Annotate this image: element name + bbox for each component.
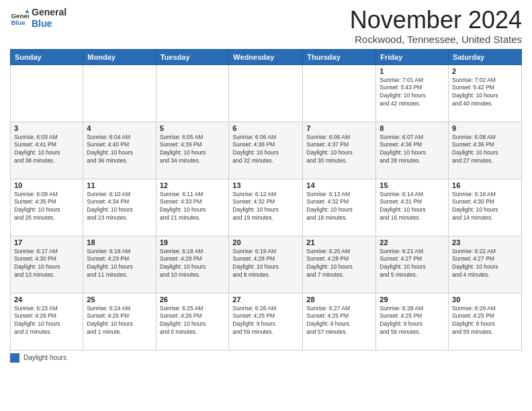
legend-label: Daylight hours	[24, 354, 66, 361]
day-number: 23	[452, 238, 518, 246]
col-friday: Friday	[376, 49, 449, 64]
table-row: 10Sunrise: 6:09 AM Sunset: 4:35 PM Dayli…	[11, 179, 83, 236]
day-number: 26	[160, 295, 226, 304]
table-row	[83, 64, 156, 122]
day-number: 28	[306, 295, 372, 304]
day-number: 13	[232, 181, 299, 189]
calendar-week-row: 3Sunrise: 6:03 AM Sunset: 4:41 PM Daylig…	[11, 122, 522, 179]
logo-general: General	[32, 7, 66, 17]
day-number: 14	[306, 181, 372, 189]
day-number: 18	[87, 238, 152, 246]
day-number: 20	[232, 238, 299, 246]
table-row: 25Sunrise: 6:24 AM Sunset: 4:26 PM Dayli…	[83, 293, 156, 350]
table-row: 19Sunrise: 6:18 AM Sunset: 4:29 PM Dayli…	[156, 236, 229, 293]
day-info: Sunrise: 6:06 AM Sunset: 4:38 PM Dayligh…	[232, 134, 299, 166]
table-row: 17Sunrise: 6:17 AM Sunset: 4:30 PM Dayli…	[11, 236, 83, 293]
col-tuesday: Tuesday	[156, 49, 229, 64]
table-row: 15Sunrise: 6:14 AM Sunset: 4:31 PM Dayli…	[376, 179, 449, 236]
col-wednesday: Wednesday	[229, 49, 303, 64]
day-info: Sunrise: 6:20 AM Sunset: 4:28 PM Dayligh…	[306, 248, 372, 280]
table-row: 27Sunrise: 6:26 AM Sunset: 4:25 PM Dayli…	[229, 293, 303, 350]
table-row: 20Sunrise: 6:19 AM Sunset: 4:28 PM Dayli…	[229, 236, 303, 293]
col-sunday: Sunday	[11, 49, 83, 64]
table-row: 9Sunrise: 6:08 AM Sunset: 4:36 PM Daylig…	[449, 122, 522, 179]
table-row: 4Sunrise: 6:04 AM Sunset: 4:40 PM Daylig…	[83, 122, 156, 179]
day-number: 9	[452, 124, 518, 132]
day-info: Sunrise: 6:04 AM Sunset: 4:40 PM Dayligh…	[87, 134, 152, 166]
table-row: 12Sunrise: 6:11 AM Sunset: 4:33 PM Dayli…	[156, 179, 229, 236]
day-info: Sunrise: 6:05 AM Sunset: 4:39 PM Dayligh…	[160, 134, 226, 166]
table-row: 24Sunrise: 6:23 AM Sunset: 4:26 PM Dayli…	[11, 293, 83, 350]
day-number: 30	[452, 295, 518, 304]
day-number: 27	[232, 295, 299, 304]
table-row: 2Sunrise: 7:02 AM Sunset: 5:42 PM Daylig…	[449, 64, 522, 122]
table-row: 29Sunrise: 6:28 AM Sunset: 4:25 PM Dayli…	[376, 293, 449, 350]
logo-blue: Blue	[32, 18, 52, 29]
table-row: 26Sunrise: 6:25 AM Sunset: 4:26 PM Dayli…	[156, 293, 229, 350]
location: Rockwood, Tennessee, United States	[350, 34, 522, 45]
table-row: 18Sunrise: 6:18 AM Sunset: 4:29 PM Dayli…	[83, 236, 156, 293]
table-row: 23Sunrise: 6:22 AM Sunset: 4:27 PM Dayli…	[449, 236, 522, 293]
table-row: 11Sunrise: 6:10 AM Sunset: 4:34 PM Dayli…	[83, 179, 156, 236]
day-info: Sunrise: 6:14 AM Sunset: 4:31 PM Dayligh…	[380, 191, 445, 223]
table-row: 14Sunrise: 6:13 AM Sunset: 4:32 PM Dayli…	[303, 179, 376, 236]
table-row: 8Sunrise: 6:07 AM Sunset: 4:36 PM Daylig…	[376, 122, 449, 179]
day-info: Sunrise: 6:07 AM Sunset: 4:36 PM Dayligh…	[380, 134, 445, 166]
legend: Daylight hours	[10, 353, 522, 363]
svg-text:Blue: Blue	[11, 19, 26, 26]
day-info: Sunrise: 6:10 AM Sunset: 4:34 PM Dayligh…	[87, 191, 152, 223]
day-number: 7	[306, 124, 372, 132]
day-info: Sunrise: 6:11 AM Sunset: 4:33 PM Dayligh…	[160, 191, 226, 223]
day-number: 4	[87, 124, 152, 132]
day-info: Sunrise: 6:06 AM Sunset: 4:37 PM Dayligh…	[306, 134, 372, 166]
day-info: Sunrise: 6:27 AM Sunset: 4:25 PM Dayligh…	[306, 305, 372, 337]
table-row: 5Sunrise: 6:05 AM Sunset: 4:39 PM Daylig…	[156, 122, 229, 179]
table-row: 13Sunrise: 6:12 AM Sunset: 4:32 PM Dayli…	[229, 179, 303, 236]
day-number: 25	[87, 295, 152, 304]
day-number: 29	[380, 295, 445, 304]
day-number: 5	[160, 124, 226, 132]
day-info: Sunrise: 6:28 AM Sunset: 4:25 PM Dayligh…	[380, 305, 445, 337]
table-row	[229, 64, 303, 122]
table-row: 30Sunrise: 6:29 AM Sunset: 4:25 PM Dayli…	[449, 293, 522, 350]
calendar-week-row: 1Sunrise: 7:01 AM Sunset: 5:43 PM Daylig…	[11, 64, 522, 122]
day-number: 8	[380, 124, 445, 132]
day-info: Sunrise: 6:18 AM Sunset: 4:29 PM Dayligh…	[87, 248, 152, 280]
day-number: 10	[14, 181, 79, 189]
day-info: Sunrise: 6:13 AM Sunset: 4:32 PM Dayligh…	[306, 191, 372, 223]
day-info: Sunrise: 6:17 AM Sunset: 4:30 PM Dayligh…	[14, 248, 79, 280]
month-title: November 2024	[350, 7, 522, 34]
logo-text: General Blue	[32, 7, 66, 30]
day-info: Sunrise: 6:08 AM Sunset: 4:36 PM Dayligh…	[452, 134, 518, 166]
calendar-week-row: 24Sunrise: 6:23 AM Sunset: 4:26 PM Dayli…	[11, 293, 522, 350]
day-info: Sunrise: 6:18 AM Sunset: 4:29 PM Dayligh…	[160, 248, 226, 280]
table-row: 22Sunrise: 6:21 AM Sunset: 4:27 PM Dayli…	[376, 236, 449, 293]
calendar-header-row: Sunday Monday Tuesday Wednesday Thursday…	[11, 49, 522, 64]
day-number: 17	[14, 238, 79, 246]
day-number: 3	[14, 124, 79, 132]
day-info: Sunrise: 7:01 AM Sunset: 5:43 PM Dayligh…	[380, 77, 445, 109]
col-monday: Monday	[83, 49, 156, 64]
day-number: 22	[380, 238, 445, 246]
day-number: 24	[14, 295, 79, 304]
day-info: Sunrise: 6:26 AM Sunset: 4:25 PM Dayligh…	[232, 305, 299, 337]
day-number: 12	[160, 181, 226, 189]
legend-box	[10, 353, 19, 363]
day-number: 15	[380, 181, 445, 189]
day-number: 2	[452, 67, 518, 75]
day-number: 21	[306, 238, 372, 246]
calendar-week-row: 17Sunrise: 6:17 AM Sunset: 4:30 PM Dayli…	[11, 236, 522, 293]
day-info: Sunrise: 6:12 AM Sunset: 4:32 PM Dayligh…	[232, 191, 299, 223]
logo-icon: General Blue	[10, 9, 29, 28]
col-saturday: Saturday	[449, 49, 522, 64]
logo: General Blue General Blue	[10, 7, 66, 30]
day-info: Sunrise: 6:25 AM Sunset: 4:26 PM Dayligh…	[160, 305, 226, 337]
day-number: 16	[452, 181, 518, 189]
col-thursday: Thursday	[303, 49, 376, 64]
day-number: 19	[160, 238, 226, 246]
day-info: Sunrise: 6:03 AM Sunset: 4:41 PM Dayligh…	[14, 134, 79, 166]
table-row: 3Sunrise: 6:03 AM Sunset: 4:41 PM Daylig…	[11, 122, 83, 179]
day-info: Sunrise: 6:16 AM Sunset: 4:30 PM Dayligh…	[452, 191, 518, 223]
table-row: 1Sunrise: 7:01 AM Sunset: 5:43 PM Daylig…	[376, 64, 449, 122]
table-row: 7Sunrise: 6:06 AM Sunset: 4:37 PM Daylig…	[303, 122, 376, 179]
